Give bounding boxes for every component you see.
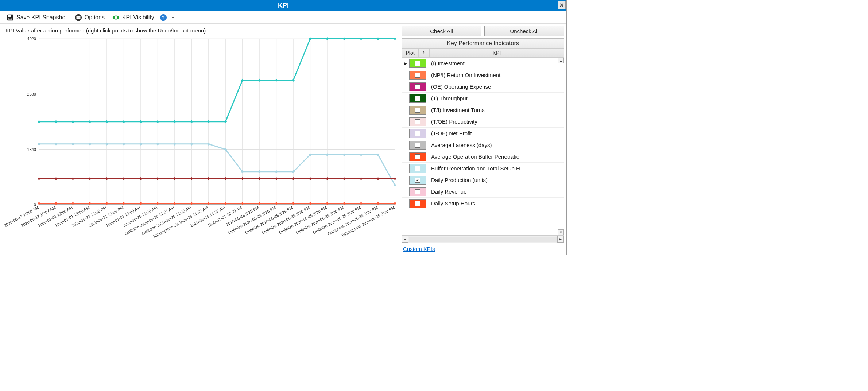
kpi-label: (NP/I) Return On Investment — [426, 72, 564, 78]
kpi-row[interactable]: Average Operation Buffer Penetratio — [402, 151, 564, 163]
scroll-right-icon[interactable]: ► — [557, 236, 564, 243]
kpi-swatch[interactable] — [409, 129, 426, 138]
kpi-swatch[interactable] — [409, 59, 426, 68]
kpi-row[interactable]: (T-OE) Net Profit — [402, 128, 564, 139]
kpi-label: Buffer Penetration and Total Setup H — [426, 165, 564, 171]
kpi-group-title: Key Performance Indicators — [402, 39, 564, 48]
kpi-swatch[interactable] — [409, 164, 426, 173]
kpi-label: (T) Throughput — [426, 95, 564, 101]
svg-rect-1 — [8, 15, 11, 17]
chart-caption: KPI Value after action performed (right … — [3, 26, 400, 36]
scroll-down-icon[interactable]: ▼ — [558, 229, 564, 235]
kpi-row[interactable]: Daily Setup Hours — [402, 198, 564, 209]
svg-rect-4 — [9, 19, 11, 19]
close-button[interactable]: ✕ — [558, 1, 566, 9]
kpi-row[interactable]: (T) Throughput — [402, 93, 564, 104]
col-plot[interactable]: Plot — [402, 49, 419, 57]
toolbar: Save KPI Snapshot Options KPI Visibility… — [0, 11, 566, 24]
save-snapshot-button[interactable]: Save KPI Snapshot — [4, 12, 69, 23]
kpi-label: (T/OE) Productivity — [426, 119, 564, 125]
kpi-label: Daily Setup Hours — [426, 200, 564, 206]
kpi-label: Daily Revenue — [426, 189, 564, 195]
kpi-label: Average Operation Buffer Penetratio — [426, 154, 564, 160]
kpi-swatch[interactable] — [409, 117, 426, 126]
kpi-label: (OE) Operating Expense — [426, 84, 564, 90]
svg-rect-9 — [76, 18, 80, 19]
kpi-swatch[interactable] — [409, 141, 426, 150]
kpi-rows[interactable]: ▶(I) Investment(NP/I) Return On Investme… — [402, 58, 564, 235]
scroll-up-icon[interactable]: ▲ — [558, 58, 564, 63]
kpi-checkbox[interactable] — [415, 108, 420, 113]
check-all-button[interactable]: Check All — [402, 26, 481, 36]
kpi-checkbox[interactable] — [415, 131, 420, 136]
kpi-row[interactable]: (T/OE) Productivity — [402, 116, 564, 128]
kpi-row[interactable]: ▶(I) Investment — [402, 58, 564, 69]
col-sigma[interactable]: Σ — [419, 49, 430, 57]
kpi-checkbox[interactable] — [415, 61, 420, 66]
kpi-group: Key Performance Indicators Plot Σ KPI ▶(… — [402, 38, 564, 243]
kpi-swatch[interactable] — [409, 71, 426, 80]
kpi-row[interactable]: Daily Revenue — [402, 186, 564, 198]
svg-rect-3 — [9, 18, 11, 18]
titlebar: KPI ✕ — [0, 0, 566, 11]
svg-rect-7 — [76, 16, 80, 17]
row-cursor-icon: ▶ — [402, 61, 408, 66]
side-pane: Check All Uncheck All Key Performance In… — [402, 24, 566, 255]
kpi-row[interactable]: ✔Daily Production (units) — [402, 174, 564, 186]
uncheck-all-button[interactable]: Uncheck All — [484, 26, 564, 36]
kpi-row[interactable]: Average Lateness (days) — [402, 139, 564, 151]
chart-pane: KPI Value after action performed (right … — [0, 24, 402, 255]
save-icon — [6, 13, 14, 22]
kpi-label: (T-OE) Net Profit — [426, 130, 564, 136]
svg-rect-8 — [76, 17, 80, 18]
chart-area[interactable]: 01340268040202020-06-17 10:06 AM2020-06-… — [3, 36, 400, 253]
svg-text:1340: 1340 — [27, 147, 36, 152]
scroll-left-icon[interactable]: ◄ — [402, 236, 408, 243]
kpi-checkbox[interactable] — [415, 201, 420, 206]
kpi-row[interactable]: (NP/I) Return On Investment — [402, 69, 564, 81]
kpi-label: Daily Production (units) — [426, 177, 564, 183]
svg-text:?: ? — [162, 15, 165, 20]
kpi-label: (I) Investment — [426, 60, 564, 66]
kpi-swatch[interactable]: ✔ — [409, 176, 426, 185]
toolbar-overflow[interactable]: ▾ — [170, 15, 175, 20]
horizontal-scrollbar[interactable]: ◄ ► — [402, 235, 564, 243]
svg-point-11 — [115, 16, 117, 18]
help-icon[interactable]: ? — [159, 13, 167, 22]
kpi-checkbox[interactable] — [415, 73, 420, 78]
kpi-label: Average Lateness (days) — [426, 142, 564, 148]
kpi-checkbox[interactable]: ✔ — [415, 178, 420, 183]
options-label: Options — [85, 14, 105, 21]
visibility-label: KPI Visibility — [122, 14, 154, 21]
kpi-swatch[interactable] — [409, 199, 426, 208]
kpi-checkbox[interactable] — [415, 96, 420, 101]
kpi-header: Plot Σ KPI — [402, 48, 564, 58]
save-label: Save KPI Snapshot — [16, 14, 67, 21]
vertical-scrollbar[interactable]: ▲ ▼ — [558, 58, 564, 235]
kpi-checkbox[interactable] — [415, 166, 420, 171]
hamburger-icon — [74, 13, 82, 22]
kpi-checkbox[interactable] — [415, 119, 420, 124]
kpi-swatch[interactable] — [409, 106, 426, 115]
svg-text:4020: 4020 — [27, 36, 36, 41]
kpi-visibility-button[interactable]: KPI Visibility — [110, 12, 156, 23]
kpi-checkbox[interactable] — [415, 189, 420, 194]
custom-kpis-link[interactable]: Custom KPIs — [402, 243, 564, 253]
kpi-label: (T/I) Investment Turns — [426, 107, 564, 113]
col-kpi[interactable]: KPI — [430, 49, 564, 57]
kpi-row[interactable]: (OE) Operating Expense — [402, 81, 564, 93]
kpi-swatch[interactable] — [409, 152, 426, 161]
kpi-row[interactable]: Buffer Penetration and Total Setup H — [402, 163, 564, 174]
eye-icon — [112, 13, 120, 22]
svg-rect-5 — [9, 19, 11, 20]
kpi-checkbox[interactable] — [415, 84, 420, 89]
kpi-checkbox[interactable] — [415, 154, 420, 159]
svg-text:2680: 2680 — [27, 92, 36, 96]
kpi-swatch[interactable] — [409, 82, 426, 91]
options-button[interactable]: Options — [72, 12, 107, 23]
kpi-row[interactable]: (T/I) Investment Turns — [402, 104, 564, 116]
kpi-swatch[interactable] — [409, 94, 426, 103]
kpi-checkbox[interactable] — [415, 143, 420, 148]
kpi-swatch[interactable] — [409, 187, 426, 196]
scroll-track[interactable] — [409, 237, 557, 242]
